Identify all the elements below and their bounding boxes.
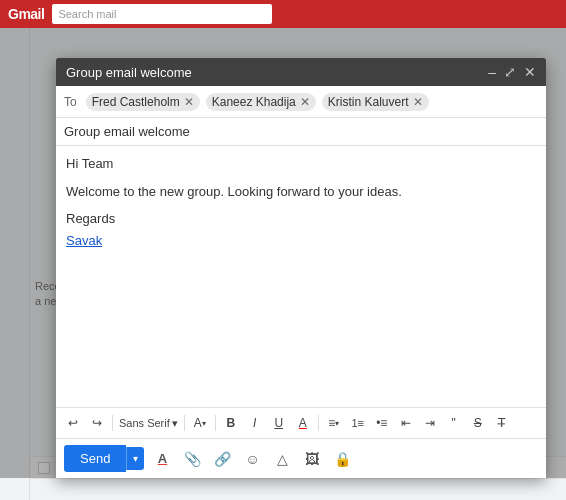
compose-title: Group email welcome [66, 65, 192, 80]
send-btn-group: Send ▾ [64, 445, 144, 472]
indent-less-button[interactable]: ⇤ [395, 412, 417, 434]
align-dropdown-icon: ▾ [335, 419, 339, 428]
remove-kaneez-icon[interactable]: ✕ [300, 95, 310, 109]
separator-3 [215, 415, 216, 431]
compose-actions: Send ▾ A 📎 🔗 ☺ △ 🖼 🔒 [56, 438, 546, 478]
strikethrough-icon: S [474, 416, 482, 430]
recipient-name-fred: Fred Castleholm [92, 95, 180, 109]
remove-fred-icon[interactable]: ✕ [184, 95, 194, 109]
attach-button[interactable]: 📎 [180, 447, 204, 471]
subject-text: Group email welcome [64, 124, 190, 139]
font-size-button[interactable]: A ▾ [189, 412, 211, 434]
font-dropdown-icon: ▾ [172, 417, 178, 430]
message-line: Welcome to the new group. Looking forwar… [66, 182, 536, 202]
minimize-icon[interactable]: – [488, 64, 496, 80]
bottom-bar [30, 478, 566, 500]
undo-button[interactable]: ↩ [62, 412, 84, 434]
recipient-name-kaneez: Kaneez Khadija [212, 95, 296, 109]
text-color-icon: A [299, 416, 307, 430]
bullet-list-icon: •≡ [376, 416, 387, 430]
search-placeholder: Search mail [58, 8, 116, 20]
remove-format-button[interactable]: T̶ [491, 412, 513, 434]
photo-icon: 🖼 [305, 451, 319, 467]
underline-button[interactable]: U [268, 412, 290, 434]
recipient-chip-kristin: Kristin Kaluvert ✕ [322, 93, 429, 111]
link-button[interactable]: 🔗 [210, 447, 234, 471]
numbered-list-button[interactable]: 1≡ [347, 412, 369, 434]
message-text: Welcome to the new group. Looking forwar… [66, 184, 402, 199]
recipient-name-kristin: Kristin Kaluvert [328, 95, 409, 109]
regards-text: Regards [66, 211, 115, 226]
font-selector[interactable]: Sans Serif ▾ [117, 412, 180, 434]
formatting-toolbar: ↩ ↪ Sans Serif ▾ A ▾ B I U A ≡ ▾ [56, 407, 546, 438]
format-text-icon: A [158, 451, 167, 466]
separator-2 [184, 415, 185, 431]
link-icon: 🔗 [214, 451, 231, 467]
attach-icon: 📎 [184, 451, 201, 467]
blockquote-icon: " [452, 416, 456, 430]
compose-window: Group email welcome – ⤢ ✕ To Fred Castle… [56, 58, 546, 478]
font-size-icon: A [194, 416, 202, 430]
separator-4 [318, 415, 319, 431]
text-color-button[interactable]: A [292, 412, 314, 434]
modal-overlay: Group email welcome – ⤢ ✕ To Fred Castle… [0, 28, 566, 478]
blockquote-button[interactable]: " [443, 412, 465, 434]
search-bar[interactable]: Search mail [52, 4, 272, 24]
compose-subject[interactable]: Group email welcome [56, 118, 546, 146]
align-icon: ≡ [328, 416, 335, 430]
indent-more-button[interactable]: ⇥ [419, 412, 441, 434]
close-icon[interactable]: ✕ [524, 64, 536, 80]
indent-less-icon: ⇤ [401, 416, 411, 430]
send-dropdown-button[interactable]: ▾ [126, 447, 144, 470]
bullet-list-button[interactable]: •≡ [371, 412, 393, 434]
strikethrough-button[interactable]: S [467, 412, 489, 434]
compose-to-field[interactable]: To Fred Castleholm ✕ Kaneez Khadija ✕ Kr… [56, 86, 546, 118]
expand-icon[interactable]: ⤢ [504, 64, 516, 80]
compose-header: Group email welcome – ⤢ ✕ [56, 58, 546, 86]
format-text-button[interactable]: A [150, 447, 174, 471]
greeting-line: Hi Team [66, 154, 536, 174]
font-name: Sans Serif [119, 417, 170, 429]
regards-line: Regards [66, 209, 536, 229]
signature-line: Savak [66, 231, 536, 251]
lock-button[interactable]: 🔒 [330, 447, 354, 471]
lock-icon: 🔒 [334, 451, 351, 467]
photo-button[interactable]: 🖼 [300, 447, 324, 471]
to-label: To [64, 95, 77, 109]
top-bar: Gmail Search mail [0, 0, 566, 28]
drive-icon: △ [277, 451, 288, 467]
bold-button[interactable]: B [220, 412, 242, 434]
redo-button[interactable]: ↪ [86, 412, 108, 434]
greeting-text: Hi Team [66, 156, 113, 171]
drive-button[interactable]: △ [270, 447, 294, 471]
align-button[interactable]: ≡ ▾ [323, 412, 345, 434]
numbered-list-icon: 1≡ [351, 417, 364, 429]
compose-header-icons: – ⤢ ✕ [488, 64, 536, 80]
recipient-chip-fred: Fred Castleholm ✕ [86, 93, 200, 111]
separator-1 [112, 415, 113, 431]
send-button[interactable]: Send [64, 445, 126, 472]
remove-kristin-icon[interactable]: ✕ [413, 95, 423, 109]
compose-body[interactable]: Hi Team Welcome to the new group. Lookin… [56, 146, 546, 407]
remove-format-icon: T̶ [498, 416, 505, 430]
gmail-logo: Gmail [8, 6, 44, 22]
emoji-icon: ☺ [245, 451, 259, 467]
font-size-dropdown-icon: ▾ [202, 419, 206, 428]
signature-link[interactable]: Savak [66, 233, 102, 248]
italic-button[interactable]: I [244, 412, 266, 434]
indent-more-icon: ⇥ [425, 416, 435, 430]
emoji-button[interactable]: ☺ [240, 447, 264, 471]
recipient-chip-kaneez: Kaneez Khadija ✕ [206, 93, 316, 111]
